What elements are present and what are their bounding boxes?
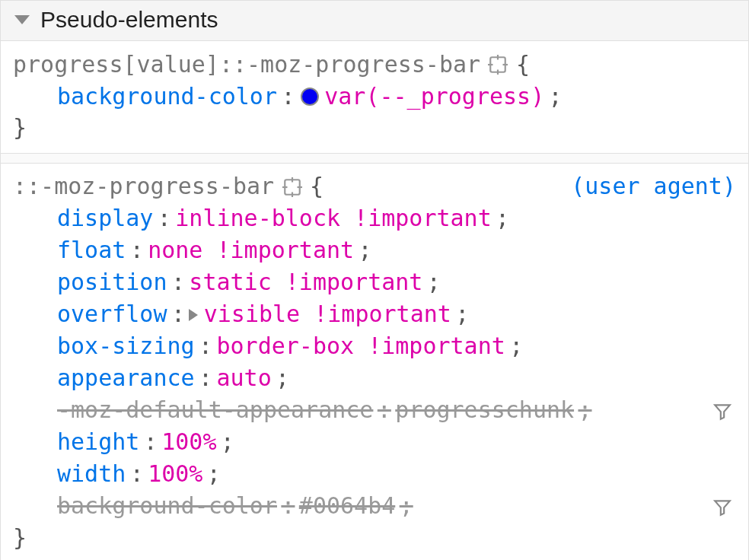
colon: : <box>378 395 391 426</box>
filter-icon[interactable] <box>712 496 733 517</box>
semicolon: ; <box>221 427 234 458</box>
css-declaration[interactable]: display: inline-block !important; <box>13 203 736 235</box>
semicolon: ; <box>509 331 523 362</box>
selector-line[interactable]: ::-moz-progress-bar {(user agent) <box>13 171 736 203</box>
styles-panel: Pseudo-elements progress[value]::-moz-pr… <box>0 0 749 560</box>
css-declaration[interactable]: overflow: visible !important; <box>13 299 736 331</box>
css-declaration[interactable]: -moz-default-appearance: progresschunk; <box>13 395 736 427</box>
property-name[interactable]: appearance <box>57 363 195 394</box>
css-declaration[interactable]: position: static !important; <box>13 267 736 299</box>
css-declaration[interactable]: appearance: auto; <box>13 363 736 395</box>
property-value[interactable]: 100% <box>161 427 216 458</box>
disclosure-triangle-icon[interactable] <box>14 15 30 24</box>
semicolon: ; <box>578 395 591 426</box>
property-name[interactable]: float <box>57 235 126 266</box>
css-declaration[interactable]: float: none !important; <box>13 235 736 267</box>
filter-icon[interactable] <box>712 400 733 422</box>
semicolon: ; <box>276 363 289 394</box>
colon: : <box>158 203 171 234</box>
property-name[interactable]: overflow <box>57 299 167 330</box>
close-brace: } <box>13 524 27 551</box>
property-value[interactable]: visible !important <box>204 299 451 330</box>
colon: : <box>144 427 158 458</box>
colon: : <box>281 81 295 113</box>
semicolon: ; <box>455 299 469 330</box>
section-title: Pseudo-elements <box>40 7 218 33</box>
expand-shorthand-icon[interactable] <box>189 309 198 321</box>
selector-text[interactable]: ::-moz-progress-bar <box>13 171 274 202</box>
property-value[interactable]: progresschunk <box>395 395 574 426</box>
property-name[interactable]: background-color <box>57 491 277 522</box>
colon: : <box>171 299 185 330</box>
pseudo-elements-header[interactable]: Pseudo-elements <box>1 0 748 41</box>
open-brace: { <box>310 171 324 202</box>
open-brace: { <box>516 49 530 81</box>
semicolon: ; <box>400 491 413 522</box>
highlight-elements-icon[interactable] <box>282 177 303 198</box>
property-value[interactable]: 100% <box>148 459 202 490</box>
property-name[interactable]: background-color <box>57 81 277 113</box>
stylesheet-source-label[interactable]: (user agent) <box>571 171 736 202</box>
colon: : <box>130 235 144 266</box>
property-value[interactable]: none !important <box>148 235 354 266</box>
property-name[interactable]: box-sizing <box>57 331 195 362</box>
close-brace: } <box>13 114 27 141</box>
property-value[interactable]: #0064b4 <box>299 491 395 522</box>
colon: : <box>130 459 144 490</box>
css-rule: progress[value]::-moz-progress-bar {back… <box>1 41 748 154</box>
css-declaration[interactable]: box-sizing: border-box !important; <box>13 331 736 363</box>
selector-line[interactable]: progress[value]::-moz-progress-bar { <box>13 49 736 81</box>
css-declaration[interactable]: width: 100%; <box>13 459 736 491</box>
color-swatch-icon[interactable] <box>301 88 319 106</box>
property-name[interactable]: -moz-default-appearance <box>57 395 373 426</box>
semicolon: ; <box>358 235 371 266</box>
css-declaration[interactable]: background-color: #0064b4; <box>13 491 736 523</box>
property-name[interactable]: width <box>57 459 126 490</box>
semicolon: ; <box>207 459 221 490</box>
css-rule: ::-moz-progress-bar {(user agent)display… <box>1 163 748 561</box>
semicolon: ; <box>427 267 441 298</box>
css-declaration[interactable]: background-color: var(--_progress); <box>13 81 736 113</box>
property-value[interactable]: var(--_progress) <box>324 81 544 113</box>
colon: : <box>199 363 212 394</box>
semicolon: ; <box>549 81 563 113</box>
colon: : <box>281 491 295 522</box>
property-name[interactable]: height <box>57 427 139 458</box>
css-declaration[interactable]: height: 100%; <box>13 427 736 459</box>
selector-text[interactable]: progress[value]::-moz-progress-bar <box>13 49 480 81</box>
property-value[interactable]: inline-block !important <box>175 203 491 234</box>
semicolon: ; <box>496 203 509 234</box>
colon: : <box>171 267 185 298</box>
property-value[interactable]: border-box !important <box>216 331 505 362</box>
highlight-elements-icon[interactable] <box>487 54 508 75</box>
property-name[interactable]: display <box>57 203 153 234</box>
property-name[interactable]: position <box>57 267 167 298</box>
colon: : <box>199 331 212 362</box>
property-value[interactable]: static !important <box>189 267 422 298</box>
property-value[interactable]: auto <box>216 363 271 394</box>
